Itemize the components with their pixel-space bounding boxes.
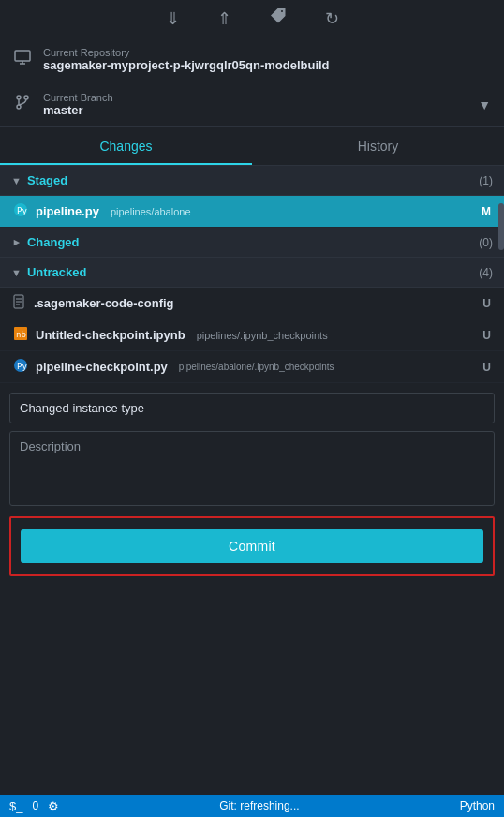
python-file-icon-3: Py: [13, 358, 28, 376]
untracked-section-header[interactable]: ▼ Untracked (4): [0, 258, 504, 288]
repository-info: Current Repository sagemaker-myproject-p…: [43, 47, 330, 72]
untracked-file-name-2: Untitled-checkpoint.ipynb: [36, 328, 185, 342]
changed-count: (0): [479, 236, 493, 249]
branch-value: master: [43, 103, 467, 117]
tag-icon[interactable]: [269, 7, 288, 30]
svg-text:nb: nb: [16, 330, 26, 339]
branch-label: Current Branch: [43, 92, 467, 103]
settings-icon[interactable]: ⚙: [48, 799, 59, 813]
download-cloud-icon[interactable]: ⇓: [166, 8, 180, 29]
python-file-icon: Py: [13, 202, 28, 220]
svg-point-4: [17, 105, 21, 109]
refresh-icon[interactable]: ↻: [325, 8, 339, 29]
repository-section: Current Repository sagemaker-myproject-p…: [0, 37, 504, 82]
staged-files-list: Py pipeline.py pipelines/abalone M: [0, 196, 504, 228]
untracked-file-path-2: pipelines/.ipynb_checkpoints: [197, 330, 328, 341]
svg-text:Py: Py: [17, 206, 27, 215]
svg-rect-0: [15, 51, 30, 61]
untracked-file-status-3: U: [482, 361, 491, 374]
tabs-container: Changes History: [0, 127, 504, 166]
status-number: 0: [32, 799, 38, 812]
branch-section[interactable]: Current Branch master ▼: [0, 82, 504, 127]
upload-cloud-icon[interactable]: ⇑: [217, 8, 231, 29]
commit-button-wrapper: Commit: [9, 516, 495, 576]
staged-file-name: pipeline.py: [36, 204, 99, 218]
commit-button[interactable]: Commit: [21, 529, 483, 563]
untracked-file-status-2: U: [482, 329, 491, 342]
staged-count: (1): [479, 174, 493, 187]
status-bar: $_ 0 ⚙ Git: refreshing... Python: [0, 795, 504, 817]
chevron-down-icon: ▼: [478, 97, 491, 112]
svg-text:Py: Py: [17, 362, 27, 371]
git-status-text: Git: refreshing...: [68, 799, 450, 812]
top-toolbar: ⇓ ⇑ ↻: [0, 0, 504, 37]
untracked-file-status-1: U: [482, 297, 491, 310]
monitor-icon: [13, 48, 32, 71]
staged-section-header[interactable]: ▼ Staged (1): [0, 166, 504, 196]
doc-file-icon-1: [13, 294, 26, 312]
untracked-title: Untracked: [27, 265, 479, 279]
untracked-file-item-1[interactable]: .sagemaker-code-config U: [0, 288, 504, 319]
untracked-file-item-2[interactable]: nb Untitled-checkpoint.ipynb pipelines/.…: [0, 319, 504, 351]
staged-file-path: pipelines/abalone: [111, 206, 191, 217]
commit-area: [0, 383, 504, 423]
untracked-file-item-3[interactable]: Py pipeline-checkpoint.py pipelines/abal…: [0, 351, 504, 383]
staged-file-item[interactable]: Py pipeline.py pipelines/abalone M: [0, 196, 504, 228]
staged-chevron-icon: ▼: [11, 175, 22, 186]
untracked-chevron-icon: ▼: [11, 267, 22, 278]
changed-title: Changed: [27, 235, 479, 249]
untracked-file-name-1: .sagemaker-code-config: [34, 296, 174, 310]
tab-changes[interactable]: Changes: [0, 127, 252, 165]
changed-chevron-icon: ▼: [10, 237, 22, 247]
untracked-count: (4): [479, 266, 493, 279]
svg-point-5: [24, 96, 28, 99]
scroll-indicator: [498, 203, 504, 250]
staged-title: Staged: [27, 173, 479, 187]
untracked-file-name-3: pipeline-checkpoint.py: [36, 360, 168, 374]
commit-message-input[interactable]: [9, 393, 495, 423]
tab-history[interactable]: History: [252, 127, 504, 165]
repository-value: sagemaker-myproject-p-kjwrgqlr05qn-model…: [43, 58, 330, 72]
untracked-files-list: .sagemaker-code-config U nb Untitled-che…: [0, 288, 504, 383]
language-indicator: Python: [460, 799, 495, 812]
untracked-file-path-3: pipelines/abalone/.ipynb_checkpoints: [179, 362, 334, 372]
main-content: ▼ Staged (1) Py pipeline.py pipelines/ab…: [0, 166, 504, 576]
staged-file-status: M: [482, 205, 491, 218]
notebook-file-icon-2: nb: [13, 326, 28, 344]
changed-section-header[interactable]: ▼ Changed (0): [0, 228, 504, 258]
branch-info: Current Branch master: [43, 92, 467, 117]
svg-point-3: [17, 96, 21, 99]
repository-label: Current Repository: [43, 47, 330, 58]
description-textarea[interactable]: [9, 431, 495, 506]
branch-icon: [13, 93, 32, 116]
terminal-icon: $_: [9, 799, 22, 813]
